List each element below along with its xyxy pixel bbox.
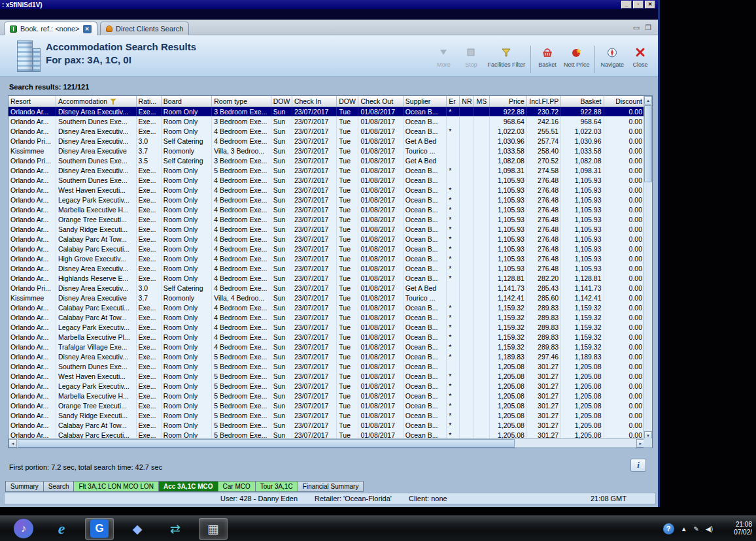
table-row[interactable]: KissimmeeDisney Area Executive3.7Roomonl… (9, 293, 644, 303)
horizontal-scrollbar[interactable]: ◄ ► (9, 438, 645, 448)
calculator-icon[interactable]: ▦ (199, 518, 228, 540)
table-row[interactable]: Orlando Ar...Marbella Executive H...Exe.… (9, 391, 644, 401)
table-row[interactable]: Orlando Pri...Southern Dunes Exe...3.5Se… (9, 156, 644, 165)
column-header-0[interactable]: Resort (9, 96, 56, 107)
column-filter-icon[interactable] (110, 98, 116, 105)
mdi-restore-icon[interactable]: ❐ (645, 24, 651, 32)
pen-icon[interactable]: ✎ (694, 525, 699, 533)
table-row[interactable]: Orlando Pri...Disney Area Executiv...3.0… (9, 283, 644, 293)
table-row[interactable]: Orlando Ar...Orange Tree Executi...Exe..… (9, 401, 644, 410)
table-row[interactable]: Orlando Ar...Trafalgar Village Exe...Exe… (9, 342, 644, 352)
vertical-scrollbar[interactable]: ▲ ▼ (644, 96, 652, 440)
tab-tour[interactable]: Tour 3A,1C (256, 481, 298, 492)
table-row[interactable]: Orlando Ar...Southern Dunes Exe...Exe...… (9, 116, 644, 126)
tab-close-icon[interactable] (83, 25, 92, 33)
maximize-button[interactable]: ▫ (633, 1, 644, 8)
close-x-icon (635, 44, 645, 60)
column-header-9[interactable]: Supplier (403, 96, 446, 107)
table-row[interactable]: Orlando Ar...Sandy Ridge Executi...Exe..… (9, 410, 644, 420)
mdi-minimize-icon[interactable]: ▭ (633, 24, 640, 32)
table-row[interactable]: Orlando Ar...Sandy Ridge Executi...Exe..… (9, 224, 644, 234)
tab-direct-clients-search[interactable]: Direct Clients Search (100, 22, 189, 35)
table-row[interactable]: Orlando Pri...Disney Area Executiv...3.0… (9, 136, 644, 146)
building-icon (16, 41, 42, 72)
table-row[interactable]: Orlando Ar...Orange Tree Executi...Exe..… (9, 214, 644, 224)
table-row[interactable]: Orlando Ar...Marbella Executive H...Exe.… (9, 205, 644, 214)
tab-accommodation[interactable]: Acc 3A,1C MCO (159, 481, 218, 492)
g-app-icon[interactable]: G (85, 518, 114, 540)
table-row[interactable]: Orlando Ar...Disney Area Executiv...Exe.… (9, 352, 644, 361)
table-row[interactable]: Orlando Ar...Calabay Parc Executi...Exe.… (9, 244, 644, 254)
transfer-app-icon[interactable]: ⇄ (161, 518, 190, 540)
column-header-7[interactable]: DOW (337, 96, 358, 107)
more-icon (438, 44, 449, 60)
table-row[interactable]: KissimmeeDisney Area Executive3.7Roomonl… (9, 146, 644, 156)
itunes-icon[interactable]: ♪ (9, 518, 38, 540)
menu-strip (0, 9, 658, 20)
table-row[interactable]: Orlando Ar...Legacy Park Executiv...Exe.… (9, 322, 644, 332)
table-row[interactable]: Orlando Ar...Southern Dunes Exe...Exe...… (9, 175, 644, 185)
stop-button[interactable]: Stop (457, 43, 485, 76)
column-header-12[interactable]: MS (474, 96, 489, 107)
table-row[interactable]: Orlando Ar...Calabay Parc Executi...Exe.… (9, 430, 644, 438)
column-header-2[interactable]: Rati... (136, 96, 161, 107)
table-row[interactable]: Orlando Ar...Marbella Executive Pl...Exe… (9, 332, 644, 342)
tab-flight[interactable]: Flt 3A,1C LON MCO LON (74, 481, 158, 492)
column-header-13[interactable]: Price (489, 96, 526, 107)
table-row[interactable]: Orlando Ar...Disney Area Executiv...Exe.… (9, 126, 644, 136)
navigate-button[interactable]: Navigate (598, 43, 627, 76)
column-header-4[interactable]: Room type (212, 96, 271, 107)
taskbar: ♪ e G ◆ ⇄ ▦ ? ▲ ✎ ◀) 21:08 07/02/ (0, 516, 756, 541)
info-button[interactable]: i (630, 459, 646, 472)
table-row[interactable]: Orlando Ar...High Grove Executiv...Exe..… (9, 254, 644, 263)
toolbar: More Stop Facilities Filter (430, 43, 654, 76)
table-row[interactable]: Orlando Ar...Legacy Park Executiv...Exe.… (9, 195, 644, 205)
tab-search[interactable]: Search (44, 481, 75, 492)
tab-summary[interactable]: Summary (5, 481, 44, 492)
tab-financial-summary[interactable]: Financial Summary (298, 481, 364, 492)
blue-app-icon[interactable]: ◆ (123, 518, 152, 540)
help-icon[interactable]: ? (663, 523, 674, 534)
table-row[interactable]: Orlando Ar...Disney Area Executiv...Exe.… (9, 107, 644, 116)
column-header-8[interactable]: Check Out (358, 96, 403, 107)
results-tbody: Orlando Ar...Disney Area Executiv...Exe.… (9, 107, 644, 438)
more-button[interactable]: More (430, 43, 457, 76)
column-header-11[interactable]: NR (460, 96, 474, 107)
column-header-1[interactable]: Accommodation (56, 96, 136, 107)
tab-booking-ref[interactable]: Book. ref.: <none> (4, 22, 97, 35)
close-window-button[interactable]: ✕ (645, 1, 655, 8)
table-row[interactable]: Orlando Ar...West Haven Executi...Exe...… (9, 185, 644, 195)
nett-price-button[interactable]: Nett Price (561, 43, 593, 76)
table-row[interactable]: Orlando Ar...West Haven Executi...Exe...… (9, 371, 644, 381)
table-row[interactable]: Orlando Ar...Highlands Reserve E...Exe..… (9, 273, 644, 283)
column-header-10[interactable]: Er (447, 96, 460, 107)
table-row[interactable]: Orlando Ar...Calabay Parc Executi...Exe.… (9, 303, 644, 312)
column-header-14[interactable]: Incl.Fl.PP (526, 96, 560, 107)
window-title: : x5fiNiSd1V) (2, 1, 43, 8)
scroll-up-icon[interactable]: ▲ (644, 96, 652, 105)
column-header-15[interactable]: Basket (561, 96, 604, 107)
horizontal-scroll-thumb[interactable] (18, 439, 515, 448)
tab-car[interactable]: Car MCO (218, 481, 256, 492)
column-header-16[interactable]: Discount (604, 96, 644, 107)
table-row[interactable]: Orlando Ar...Legacy Park Executiv...Exe.… (9, 381, 644, 391)
table-row[interactable]: Orlando Ar...Calabay Parc At Tow...Exe..… (9, 312, 644, 322)
show-hidden-icons[interactable]: ▲ (681, 525, 687, 533)
internet-explorer-icon[interactable]: e (47, 518, 76, 540)
table-row[interactable]: Orlando Ar...Southern Dunes Exe...Exe...… (9, 361, 644, 371)
table-row[interactable]: Orlando Ar...Calabay Parc At Tow...Exe..… (9, 234, 644, 244)
vertical-scroll-thumb[interactable] (644, 105, 652, 182)
taskbar-clock[interactable]: 21:08 07/02/ (719, 521, 752, 536)
table-row[interactable]: Orlando Ar...Calabay Parc At Tow...Exe..… (9, 420, 644, 430)
minimize-button[interactable]: _ (621, 1, 632, 8)
basket-button[interactable]: Basket (534, 43, 561, 76)
table-row[interactable]: Orlando Ar...Disney Area Executiv...Exe.… (9, 165, 644, 175)
scroll-left-icon[interactable]: ◄ (9, 439, 17, 448)
facilities-filter-button[interactable]: Facilities Filter (485, 43, 528, 76)
volume-icon[interactable]: ◀) (706, 525, 713, 533)
column-header-3[interactable]: Board (161, 96, 211, 107)
column-header-5[interactable]: DOW (271, 96, 292, 107)
close-button[interactable]: Close (627, 43, 654, 76)
column-header-6[interactable]: Check In (292, 96, 336, 107)
table-row[interactable]: Orlando Ar...Disney Area Executiv...Exe.… (9, 263, 644, 273)
